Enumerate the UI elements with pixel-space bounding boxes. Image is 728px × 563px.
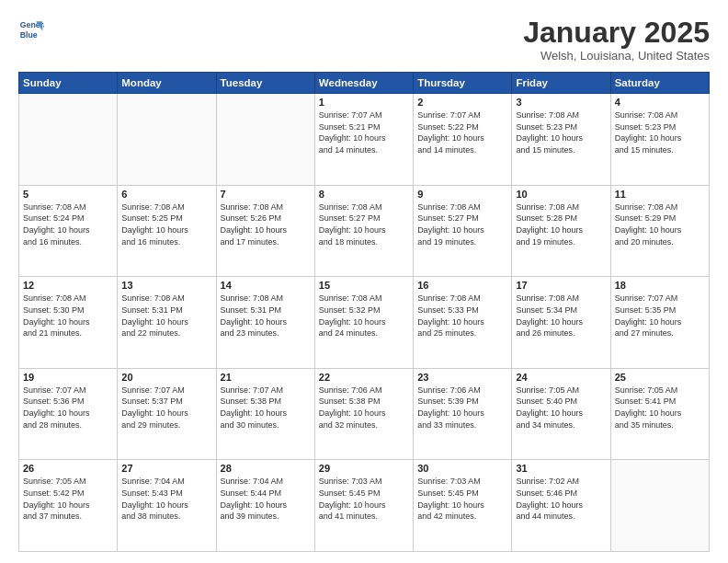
calendar-cell: 11Sunrise: 7:08 AM Sunset: 5:29 PM Dayli…	[610, 185, 709, 277]
calendar-cell: 21Sunrise: 7:07 AM Sunset: 5:38 PM Dayli…	[216, 368, 314, 460]
svg-text:Blue: Blue	[20, 30, 38, 40]
day-number: 21	[221, 372, 311, 383]
day-info: Sunrise: 7:08 AM Sunset: 5:31 PM Dayligh…	[121, 293, 211, 339]
location: Welsh, Louisiana, United States	[523, 49, 710, 63]
calendar-cell: 7Sunrise: 7:08 AM Sunset: 5:26 PM Daylig…	[216, 185, 314, 277]
day-number: 26	[23, 463, 113, 474]
day-number: 22	[319, 372, 409, 383]
day-info: Sunrise: 7:04 AM Sunset: 5:44 PM Dayligh…	[221, 476, 311, 522]
calendar-cell: 2Sunrise: 7:07 AM Sunset: 5:22 PM Daylig…	[414, 94, 512, 186]
week-row-5: 26Sunrise: 7:05 AM Sunset: 5:42 PM Dayli…	[19, 460, 710, 552]
calendar-cell	[610, 460, 709, 552]
day-info: Sunrise: 7:08 AM Sunset: 5:28 PM Dayligh…	[516, 201, 606, 247]
calendar-cell: 23Sunrise: 7:06 AM Sunset: 5:39 PM Dayli…	[414, 368, 512, 460]
day-number: 16	[417, 280, 507, 291]
calendar-cell: 19Sunrise: 7:07 AM Sunset: 5:36 PM Dayli…	[19, 368, 118, 460]
day-number: 14	[221, 280, 311, 291]
day-number: 11	[615, 189, 705, 200]
calendar-cell: 1Sunrise: 7:07 AM Sunset: 5:21 PM Daylig…	[314, 94, 413, 186]
page: General Blue January 2025 Welsh, Louisia…	[0, 0, 728, 563]
day-info: Sunrise: 7:08 AM Sunset: 5:23 PM Dayligh…	[615, 109, 705, 155]
day-number: 28	[221, 463, 311, 474]
day-number: 6	[121, 189, 211, 200]
day-number: 17	[516, 280, 606, 291]
week-row-4: 19Sunrise: 7:07 AM Sunset: 5:36 PM Dayli…	[19, 368, 710, 460]
day-info: Sunrise: 7:05 AM Sunset: 5:41 PM Dayligh…	[615, 385, 705, 431]
title-block: January 2025 Welsh, Louisiana, United St…	[523, 17, 710, 63]
weekday-header-row: SundayMondayTuesdayWednesdayThursdayFrid…	[19, 73, 710, 94]
day-info: Sunrise: 7:08 AM Sunset: 5:27 PM Dayligh…	[319, 201, 409, 247]
day-number: 29	[319, 463, 409, 474]
day-info: Sunrise: 7:08 AM Sunset: 5:33 PM Dayligh…	[417, 293, 507, 339]
day-info: Sunrise: 7:08 AM Sunset: 5:25 PM Dayligh…	[121, 201, 211, 247]
day-info: Sunrise: 7:08 AM Sunset: 5:30 PM Dayligh…	[23, 293, 113, 339]
calendar-cell: 20Sunrise: 7:07 AM Sunset: 5:37 PM Dayli…	[118, 368, 216, 460]
calendar-cell: 8Sunrise: 7:08 AM Sunset: 5:27 PM Daylig…	[314, 185, 413, 277]
calendar-cell	[118, 94, 216, 186]
day-info: Sunrise: 7:08 AM Sunset: 5:24 PM Dayligh…	[23, 201, 113, 247]
calendar-cell: 30Sunrise: 7:03 AM Sunset: 5:45 PM Dayli…	[414, 460, 512, 552]
calendar-cell	[216, 94, 314, 186]
weekday-header-thursday: Thursday	[414, 73, 512, 94]
day-info: Sunrise: 7:08 AM Sunset: 5:34 PM Dayligh…	[516, 293, 606, 339]
calendar-cell: 28Sunrise: 7:04 AM Sunset: 5:44 PM Dayli…	[216, 460, 314, 552]
day-number: 27	[121, 463, 211, 474]
day-info: Sunrise: 7:07 AM Sunset: 5:36 PM Dayligh…	[23, 385, 113, 431]
day-info: Sunrise: 7:06 AM Sunset: 5:39 PM Dayligh…	[417, 385, 507, 431]
week-row-2: 5Sunrise: 7:08 AM Sunset: 5:24 PM Daylig…	[19, 185, 710, 277]
day-number: 5	[23, 189, 113, 200]
day-info: Sunrise: 7:07 AM Sunset: 5:37 PM Dayligh…	[121, 385, 211, 431]
calendar-cell: 16Sunrise: 7:08 AM Sunset: 5:33 PM Dayli…	[414, 277, 512, 369]
day-number: 12	[23, 280, 113, 291]
calendar-cell: 22Sunrise: 7:06 AM Sunset: 5:38 PM Dayli…	[314, 368, 413, 460]
day-number: 18	[615, 280, 705, 291]
logo: General Blue	[18, 17, 44, 42]
day-number: 30	[417, 463, 507, 474]
calendar-cell: 10Sunrise: 7:08 AM Sunset: 5:28 PM Dayli…	[512, 185, 610, 277]
calendar-cell: 3Sunrise: 7:08 AM Sunset: 5:23 PM Daylig…	[512, 94, 610, 186]
day-info: Sunrise: 7:02 AM Sunset: 5:46 PM Dayligh…	[516, 476, 606, 522]
day-number: 20	[121, 372, 211, 383]
header: General Blue January 2025 Welsh, Louisia…	[18, 17, 710, 63]
day-number: 25	[615, 372, 705, 383]
calendar-cell: 29Sunrise: 7:03 AM Sunset: 5:45 PM Dayli…	[314, 460, 413, 552]
day-number: 4	[615, 97, 705, 108]
day-info: Sunrise: 7:03 AM Sunset: 5:45 PM Dayligh…	[417, 476, 507, 522]
day-number: 7	[221, 189, 311, 200]
day-number: 9	[417, 189, 507, 200]
day-number: 8	[319, 189, 409, 200]
calendar-cell: 18Sunrise: 7:07 AM Sunset: 5:35 PM Dayli…	[610, 277, 709, 369]
weekday-header-friday: Friday	[512, 73, 610, 94]
day-info: Sunrise: 7:08 AM Sunset: 5:29 PM Dayligh…	[615, 201, 705, 247]
calendar-cell: 15Sunrise: 7:08 AM Sunset: 5:32 PM Dayli…	[314, 277, 413, 369]
weekday-header-monday: Monday	[118, 73, 216, 94]
calendar-cell: 25Sunrise: 7:05 AM Sunset: 5:41 PM Dayli…	[610, 368, 709, 460]
day-info: Sunrise: 7:03 AM Sunset: 5:45 PM Dayligh…	[319, 476, 409, 522]
day-info: Sunrise: 7:07 AM Sunset: 5:22 PM Dayligh…	[417, 109, 507, 155]
logo-icon: General Blue	[18, 17, 44, 42]
calendar-cell	[19, 94, 118, 186]
calendar-cell: 31Sunrise: 7:02 AM Sunset: 5:46 PM Dayli…	[512, 460, 610, 552]
calendar-cell: 27Sunrise: 7:04 AM Sunset: 5:43 PM Dayli…	[118, 460, 216, 552]
day-info: Sunrise: 7:08 AM Sunset: 5:27 PM Dayligh…	[417, 201, 507, 247]
calendar-cell: 5Sunrise: 7:08 AM Sunset: 5:24 PM Daylig…	[19, 185, 118, 277]
weekday-header-saturday: Saturday	[610, 73, 709, 94]
day-info: Sunrise: 7:08 AM Sunset: 5:32 PM Dayligh…	[319, 293, 409, 339]
day-number: 31	[516, 463, 606, 474]
day-number: 3	[516, 97, 606, 108]
day-info: Sunrise: 7:08 AM Sunset: 5:31 PM Dayligh…	[221, 293, 311, 339]
weekday-header-wednesday: Wednesday	[314, 73, 413, 94]
day-info: Sunrise: 7:05 AM Sunset: 5:40 PM Dayligh…	[516, 385, 606, 431]
calendar-cell: 6Sunrise: 7:08 AM Sunset: 5:25 PM Daylig…	[118, 185, 216, 277]
day-info: Sunrise: 7:07 AM Sunset: 5:35 PM Dayligh…	[615, 293, 705, 339]
day-number: 24	[516, 372, 606, 383]
day-info: Sunrise: 7:04 AM Sunset: 5:43 PM Dayligh…	[121, 476, 211, 522]
month-title: January 2025	[523, 17, 710, 49]
day-number: 1	[319, 97, 409, 108]
calendar-cell: 12Sunrise: 7:08 AM Sunset: 5:30 PM Dayli…	[19, 277, 118, 369]
calendar-cell: 14Sunrise: 7:08 AM Sunset: 5:31 PM Dayli…	[216, 277, 314, 369]
week-row-1: 1Sunrise: 7:07 AM Sunset: 5:21 PM Daylig…	[19, 94, 710, 186]
day-number: 13	[121, 280, 211, 291]
day-number: 23	[417, 372, 507, 383]
day-info: Sunrise: 7:08 AM Sunset: 5:23 PM Dayligh…	[516, 109, 606, 155]
